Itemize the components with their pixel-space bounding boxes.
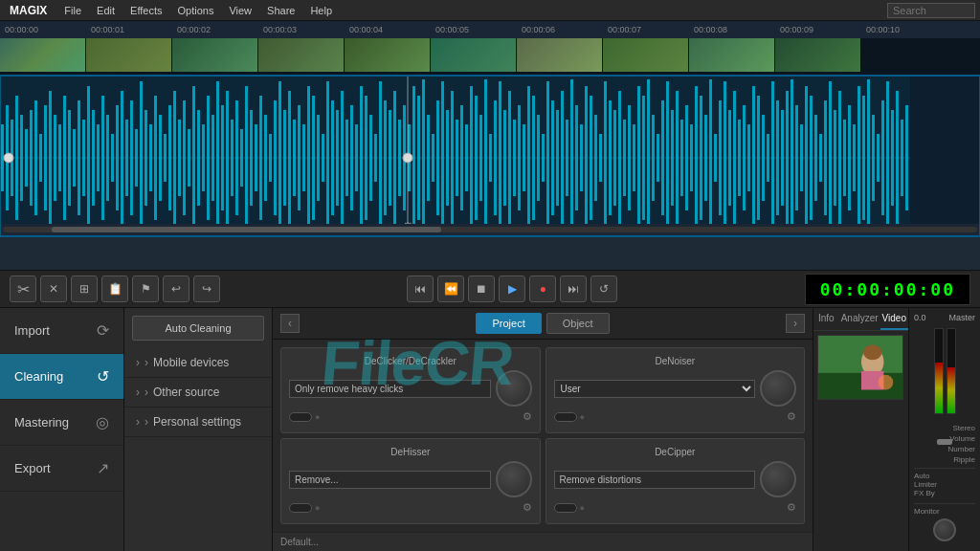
- thumb-cell: [258, 38, 345, 72]
- cleaning-panel: Auto Cleaning › Mobile devices › Other s…: [124, 308, 273, 551]
- dehisser-module: DeHisser Remove... ● ⚙: [280, 438, 541, 524]
- thumb-cell: [775, 38, 861, 72]
- sidebar-item-mastering[interactable]: Mastering ◎: [0, 400, 123, 446]
- option-limiter[interactable]: Limiter: [914, 480, 975, 489]
- tab-info[interactable]: Info: [813, 308, 839, 330]
- option-auto[interactable]: Auto: [914, 472, 975, 480]
- sidebar-item-cleaning[interactable]: Cleaning ↺: [0, 354, 123, 400]
- thumb-cell: [603, 38, 689, 72]
- option-number[interactable]: Number: [914, 444, 975, 454]
- menu-view[interactable]: View: [221, 5, 259, 16]
- tool-btn-3[interactable]: ⊞: [71, 276, 98, 302]
- search-box[interactable]: [887, 3, 975, 18]
- vu-meters: [934, 328, 956, 414]
- cleaning-icon: ↺: [97, 367, 109, 386]
- declipper-toggle[interactable]: [554, 503, 577, 513]
- search-input[interactable]: [893, 5, 969, 16]
- thumb-cell: [517, 38, 603, 72]
- skip-end-btn[interactable]: ⏭: [560, 276, 587, 302]
- declipper-module: DeCipper Remove distortions ● ⚙: [546, 438, 806, 524]
- thumbnail-row: [0, 38, 980, 75]
- denoiser-toggle[interactable]: [554, 412, 577, 422]
- denoiser-select[interactable]: User: [554, 380, 756, 398]
- nav-left-arrow[interactable]: ‹: [280, 314, 300, 333]
- svg-point-202: [879, 375, 894, 390]
- declicker-gear-icon[interactable]: ⚙: [523, 410, 532, 423]
- sidebar-item-export[interactable]: Export ↗: [0, 446, 123, 492]
- menu-options[interactable]: Options: [169, 5, 221, 16]
- declipper-knob[interactable]: [760, 461, 796, 497]
- import-label: Import: [14, 323, 50, 338]
- monitor-label: Monitor: [914, 507, 975, 516]
- default-label: Default...: [280, 537, 805, 547]
- svg-point-195: [403, 153, 412, 163]
- timecode-display: 00:00:00:00: [805, 274, 970, 305]
- monitor-knob[interactable]: [933, 518, 956, 541]
- menu-edit[interactable]: Edit: [89, 5, 122, 16]
- declicker-knob[interactable]: [496, 370, 532, 407]
- declipper-title: DeCipper: [554, 447, 797, 457]
- auto-clean-button[interactable]: Auto Cleaning: [132, 316, 264, 341]
- denoiser-title: DeNoiser: [554, 356, 797, 366]
- menu-effects[interactable]: Effects: [122, 5, 169, 16]
- chevron-icon-2: ›: [145, 386, 148, 399]
- declipper-gear-icon[interactable]: ⚙: [787, 501, 796, 514]
- denoiser-module: DeNoiser User ● ⚙: [546, 347, 806, 433]
- mastering-label: Mastering: [14, 415, 69, 430]
- declicker-value: Only remove heavy clicks: [289, 380, 491, 398]
- svg-point-194: [4, 153, 13, 163]
- option-fxby[interactable]: FX By: [914, 489, 975, 497]
- declipper-value: Remove distortions: [554, 471, 756, 489]
- preview-area: [813, 331, 908, 551]
- other-source-label: Other source: [153, 386, 219, 399]
- tool-btn-4[interactable]: 📋: [101, 276, 128, 302]
- denoiser-gear-icon[interactable]: ⚙: [787, 410, 796, 423]
- timecode-bar: 00:00:00 00:00:01 00:00:02 00:00:03 00:0…: [0, 21, 980, 38]
- denoiser-knob[interactable]: [760, 370, 796, 407]
- play-btn[interactable]: ▶: [499, 276, 525, 302]
- timeline-area: 00:00:00 00:00:01 00:00:02 00:00:03 00:0…: [0, 21, 980, 270]
- thumb-cell: [689, 38, 775, 72]
- skip-start-btn[interactable]: ⏮: [407, 276, 434, 302]
- tab-video[interactable]: Video: [880, 308, 908, 330]
- dehisser-toggle[interactable]: [289, 503, 312, 513]
- tab-project[interactable]: Project: [476, 313, 541, 334]
- effects-grid: DeClicker/DeCrackler Only remove heavy c…: [273, 340, 813, 532]
- tool-btn-5[interactable]: ⚑: [132, 276, 159, 302]
- sidebar-item-import[interactable]: Import ⟳: [0, 308, 123, 354]
- panel-item-personal[interactable]: › Personal settings: [124, 408, 272, 437]
- tab-object[interactable]: Object: [546, 313, 610, 334]
- tab-analyzer[interactable]: Analyzer: [839, 308, 880, 330]
- menu-share[interactable]: Share: [259, 5, 302, 16]
- menu-file[interactable]: File: [56, 5, 89, 16]
- import-icon: ⟳: [97, 321, 109, 340]
- declicker-module: DeClicker/DeCrackler Only remove heavy c…: [280, 347, 541, 433]
- thumb-cell: [0, 38, 86, 72]
- menu-help[interactable]: Help: [302, 5, 340, 16]
- master-panel: 0.0 Master Stereo Volume Number Ripple A…: [908, 308, 980, 551]
- loop-btn[interactable]: ↺: [590, 276, 617, 302]
- nav-right-arrow[interactable]: ›: [786, 314, 805, 333]
- declicker-toggle[interactable]: [289, 412, 312, 422]
- dehisser-knob[interactable]: [496, 461, 532, 497]
- left-sidebar: Import ⟳ Cleaning ↺ Mastering ◎ Export ↗: [0, 308, 124, 551]
- thumb-cell: [431, 38, 517, 72]
- video-preview-thumbnail: [817, 335, 903, 400]
- tool-btn-1[interactable]: ✂: [10, 276, 36, 302]
- thumb-cell: [172, 38, 258, 72]
- stop-btn[interactable]: ⏹: [468, 276, 495, 302]
- app-logo: MAGIX: [0, 4, 56, 17]
- record-btn[interactable]: ●: [529, 276, 556, 302]
- tool-btn-2[interactable]: ✕: [40, 276, 67, 302]
- svg-rect-192: [1, 77, 910, 237]
- undo-btn[interactable]: ↩: [163, 276, 189, 302]
- redo-btn[interactable]: ↪: [193, 276, 220, 302]
- panel-item-mobile[interactable]: › Mobile devices: [124, 348, 272, 378]
- option-ripple[interactable]: Ripple: [914, 454, 975, 465]
- vu-right: [947, 328, 956, 414]
- chevron-icon-3: ›: [145, 415, 148, 429]
- panel-item-other[interactable]: › Other source: [124, 378, 272, 408]
- option-stereo[interactable]: Stereo: [914, 423, 975, 433]
- prev-frame-btn[interactable]: ⏪: [437, 276, 464, 302]
- dehisser-gear-icon[interactable]: ⚙: [523, 501, 532, 514]
